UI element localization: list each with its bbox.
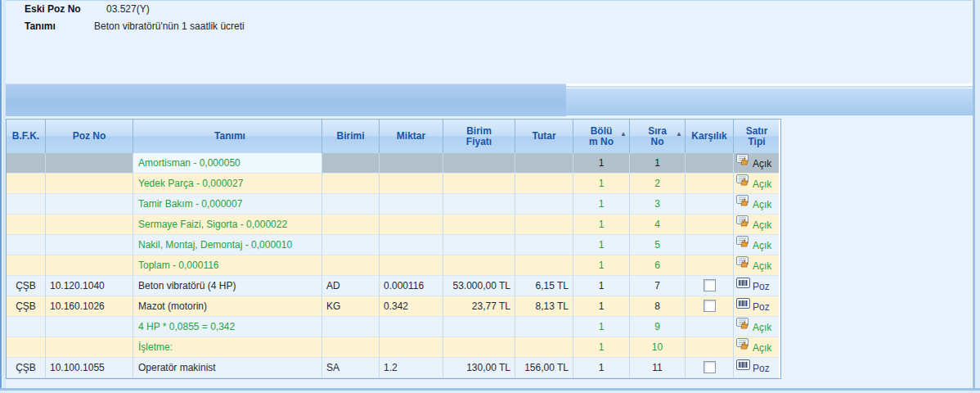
table-row[interactable]: Tamir Bakım - 0,00000713Açık <box>7 194 779 215</box>
cell-tanimi: Amortisman - 0,000050 <box>133 153 322 174</box>
cell-tutar <box>515 317 573 337</box>
cell-bfk <box>7 337 46 358</box>
cell-karsilik <box>686 174 734 194</box>
cell-birim-fiyati <box>443 255 515 276</box>
tanimi-value: Beton vibratörü'nün 1 saatlik ücreti <box>94 20 245 32</box>
col-header-tanimi[interactable]: Tanımı <box>133 120 322 153</box>
satir-tipi-label: Açık <box>753 240 771 251</box>
table-row[interactable]: Yedek Parça - 0,00002712Açık <box>7 174 779 194</box>
cell-satir-tipi: Açık <box>734 153 779 174</box>
cell-birim-fiyati: 23,77 TL <box>443 296 515 317</box>
table-row[interactable]: ÇŞB10.120.1040Beton vibratörü (4 HP)AD0.… <box>7 276 779 296</box>
col-header-bolum-no-label: Bölü m No <box>589 126 614 147</box>
cell-satir-tipi: Açık <box>734 235 779 255</box>
cell-tutar: 6,15 TL <box>515 276 573 296</box>
cell-bolum-no: 1 <box>573 235 630 255</box>
cell-sira-no: 11 <box>630 358 686 378</box>
cell-satir-tipi: Poz <box>734 276 779 296</box>
cell-karsilik <box>686 317 734 337</box>
cell-tanimi: Operatör makinist <box>133 358 322 378</box>
col-header-tutar[interactable]: Tutar <box>515 120 573 153</box>
cell-bolum-no: 1 <box>573 153 630 174</box>
cell-karsilik <box>686 358 734 378</box>
barcode-icon <box>736 276 750 295</box>
grid-header-row: B.F.K. Poz No Tanımı Birimi Miktar Birim… <box>7 120 779 153</box>
cell-birim-fiyati <box>443 215 515 235</box>
cell-tanimi: Toplam - 0,000116 <box>133 255 322 276</box>
satir-tipi-label: Açık <box>753 178 771 190</box>
cell-birim-fiyati: 130,00 TL <box>443 358 515 378</box>
table-row[interactable]: ÇŞB10.160.1026Mazot (motorin)KG0.34223,7… <box>7 296 779 317</box>
karsilik-checkbox[interactable] <box>704 300 716 312</box>
table-row[interactable]: İşletme:110Açık <box>7 337 779 358</box>
satir-tipi-label: Açık <box>753 260 771 272</box>
cell-poz-no: 10.100.1055 <box>46 358 133 378</box>
satir-tipi-label: Açık <box>753 342 771 354</box>
cell-bfk: ÇŞB <box>7 296 46 317</box>
cell-karsilik <box>686 194 734 215</box>
cell-karsilik <box>686 215 734 235</box>
table-row[interactable]: ÇŞB10.100.1055Operatör makinistSA1.2130,… <box>7 358 779 378</box>
table-row[interactable]: Toplam - 0,00011616Açık <box>7 255 779 276</box>
cell-birimi <box>322 194 380 215</box>
col-header-birim-fiyati[interactable]: Birim Fiyatı <box>443 120 515 153</box>
tanimi-label: Tanımı <box>25 20 56 32</box>
cell-karsilik <box>686 255 734 276</box>
satir-tipi-label: Poz <box>753 301 770 313</box>
cell-poz-no <box>46 215 133 235</box>
table-row[interactable]: 4 HP * 0,0855 = 0,34219Açık <box>7 317 779 337</box>
cell-miktar <box>380 235 443 255</box>
col-header-bolum-no[interactable]: Bölü m No▲ <box>573 120 630 153</box>
cell-birim-fiyati <box>443 317 515 337</box>
cell-poz-no <box>46 317 133 337</box>
barcode-icon <box>736 296 750 315</box>
cell-poz-no <box>46 194 133 215</box>
table-row[interactable]: Nakil, Montaj, Demontaj - 0,00001015Açık <box>7 235 779 255</box>
table-row[interactable]: Sermaye Faizi, Sigorta - 0,00002214Açık <box>7 215 779 235</box>
cell-satir-tipi: Açık <box>734 317 779 337</box>
cell-birimi: SA <box>322 358 380 378</box>
cell-karsilik <box>686 337 734 358</box>
cell-tutar <box>515 194 573 215</box>
cell-satir-tipi: Açık <box>734 337 779 358</box>
col-header-karsilik[interactable]: Karşılık <box>686 120 734 153</box>
cell-tutar <box>515 235 573 255</box>
group-band-left <box>6 84 566 116</box>
cell-satir-tipi: Açık <box>734 255 779 276</box>
karsilik-checkbox[interactable] <box>704 279 716 291</box>
cell-birimi <box>322 317 380 337</box>
col-header-poz-no[interactable]: Poz No <box>46 120 133 153</box>
cell-miktar <box>380 317 443 337</box>
cell-bfk <box>7 255 46 276</box>
table-row[interactable]: Amortisman - 0,00005011Açık <box>7 153 779 174</box>
cell-bfk: ÇŞB <box>7 358 46 378</box>
cell-tanimi: 4 HP * 0,0855 = 0,342 <box>133 317 322 337</box>
keyboard-hand-icon <box>736 235 750 254</box>
cell-bolum-no: 1 <box>573 215 630 235</box>
cell-miktar: 0.342 <box>380 296 443 317</box>
cell-sira-no: 10 <box>630 337 686 358</box>
keyboard-hand-icon <box>736 317 750 336</box>
cell-birim-fiyati <box>443 194 515 215</box>
cell-birimi <box>322 215 380 235</box>
window-border-top <box>0 0 980 1</box>
cell-poz-no <box>46 337 133 358</box>
cell-poz-no <box>46 255 133 276</box>
col-header-birimi[interactable]: Birimi <box>322 120 380 153</box>
cell-tutar <box>515 215 573 235</box>
cell-poz-no: 10.120.1040 <box>46 276 133 296</box>
cell-bfk <box>7 174 46 194</box>
cell-karsilik <box>686 276 734 296</box>
karsilik-checkbox[interactable] <box>704 361 716 373</box>
cell-tutar: 8,13 TL <box>515 296 573 317</box>
cell-birimi <box>322 174 380 194</box>
cell-birimi <box>322 235 380 255</box>
cell-sira-no: 2 <box>630 174 686 194</box>
col-header-satir-tipi[interactable]: Satır Tipi <box>734 120 779 153</box>
barcode-icon <box>736 358 750 377</box>
col-header-sira-no[interactable]: Sıra No▲ <box>630 120 686 153</box>
col-header-bfk[interactable]: B.F.K. <box>7 120 46 153</box>
col-header-miktar[interactable]: Miktar <box>380 120 443 153</box>
cell-tanimi: İşletme: <box>133 337 322 358</box>
cell-birimi: KG <box>322 296 380 317</box>
